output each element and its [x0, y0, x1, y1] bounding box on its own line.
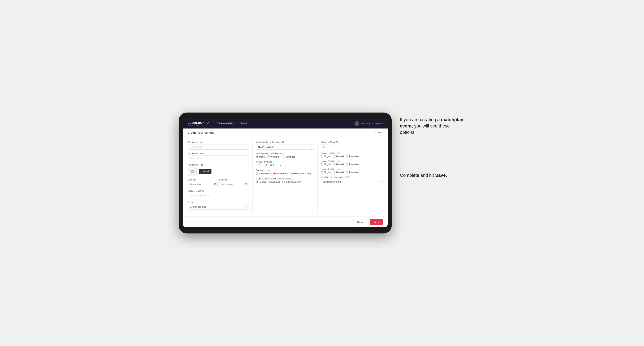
gender-womens-radio[interactable]	[267, 156, 270, 158]
scoring-medal-radio[interactable]	[290, 172, 292, 175]
scoring-medal[interactable]: Medal Match Play	[290, 172, 311, 175]
upload-button[interactable]: Upload	[199, 169, 212, 174]
scoring-match[interactable]: Match Play	[273, 172, 288, 175]
rounds-label: Number of rounds	[256, 161, 314, 163]
round3-fourball[interactable]: Fourball	[333, 171, 344, 173]
scoring-match-radio[interactable]	[273, 172, 276, 175]
round3-foursomes-radio[interactable]	[346, 171, 348, 173]
round-4[interactable]: 4	[277, 164, 281, 166]
teams-group: Is this event for Teams and/or Individua…	[256, 177, 314, 183]
round1-fourball[interactable]: Fourball	[333, 155, 344, 158]
round3-singles-label: Singles	[324, 171, 331, 173]
round-1-radio[interactable]	[256, 164, 258, 166]
max-size-input[interactable]	[321, 144, 333, 149]
teams-label: Is this event for Teams and/or Individua…	[256, 177, 314, 180]
round1-fourball-radio[interactable]	[333, 155, 336, 158]
brand-sub: Powered by clippit	[188, 124, 209, 126]
round3-singles-radio[interactable]	[321, 171, 323, 173]
round2-section: Round 2 - Match Type Singles Fourball	[321, 160, 382, 166]
round1-singles-radio[interactable]	[321, 155, 323, 158]
cancel-button[interactable]: Cancel	[353, 219, 368, 225]
image-icon	[190, 169, 194, 173]
round1-singles-label: Singles	[324, 155, 331, 158]
round2-foursomes[interactable]: Foursomes	[346, 163, 360, 166]
gender-combined[interactable]: Combined	[282, 156, 295, 158]
round2-fourball-radio[interactable]	[333, 163, 336, 166]
round2-fourball[interactable]: Fourball	[333, 163, 344, 166]
division-group: Which division is the event for? NCAA Di…	[256, 141, 314, 150]
round-4-radio[interactable]	[277, 164, 279, 166]
max-size-group: Maximum Team Size	[321, 141, 382, 149]
round-3[interactable]: 3	[270, 164, 274, 166]
page-header: Create Tournament ← Back	[183, 129, 388, 137]
scoring-stroke[interactable]: Stroke Play	[256, 172, 271, 175]
round-2-label: 2	[266, 164, 268, 166]
venue-select[interactable]: Search golf club	[188, 204, 249, 209]
back-button[interactable]: ← Back	[375, 131, 383, 134]
sign-out-link[interactable]: Sign out	[374, 122, 382, 125]
logo-placeholder	[188, 167, 197, 176]
round-2[interactable]: 2	[263, 164, 268, 166]
round1-section: Round 1 - Match Type Singles Fourball	[321, 152, 382, 158]
venue-label: Venue	[188, 201, 249, 203]
round-1-label: 1	[259, 164, 260, 166]
start-date-input[interactable]	[188, 182, 218, 187]
round3-singles[interactable]: Singles	[321, 171, 331, 173]
host-input[interactable]	[188, 144, 249, 150]
round2-label: Round 2 - Match Type	[321, 160, 382, 162]
round2-foursomes-radio[interactable]	[346, 163, 348, 166]
tab-teams[interactable]: TEAMS	[237, 121, 250, 126]
gender-mens[interactable]: Mens	[256, 156, 265, 158]
round-1[interactable]: 1	[256, 164, 260, 166]
round1-foursomes-radio[interactable]	[346, 155, 348, 158]
individuals-option[interactable]: Individuals Only	[282, 181, 302, 183]
end-date-input[interactable]	[219, 182, 249, 187]
scoring-match-label: Match Play	[276, 172, 288, 175]
division-select[interactable]: NCAA Division I	[256, 144, 314, 150]
round2-singles[interactable]: Singles	[321, 163, 331, 166]
api-close-icon[interactable]: ✕ ▾	[377, 180, 381, 183]
annotation-save-bold: Save.	[435, 173, 447, 178]
gender-combined-radio[interactable]	[282, 156, 284, 158]
scoring-stroke-radio[interactable]	[256, 172, 258, 175]
round2-fourball-label: Fourball	[336, 163, 344, 166]
round1-singles[interactable]: Singles	[321, 155, 331, 158]
round-2-radio[interactable]	[263, 164, 265, 166]
round3-fourball-label: Fourball	[336, 171, 344, 173]
teams-label-text: Teams (+Individuals)	[259, 181, 280, 183]
save-button[interactable]: Save	[370, 219, 383, 225]
round3-section: Round 3 - Match Type Singles Fourball	[321, 168, 382, 173]
nav-divider: |	[372, 122, 373, 125]
annotation-top: If you are creating a matchplay event, y…	[400, 117, 466, 136]
round3-foursomes[interactable]: Foursomes	[346, 171, 360, 173]
sponsor-input[interactable]	[188, 193, 249, 198]
form-body: Tournament Host Tournament name Tourname…	[183, 137, 388, 216]
round3-fourball-radio[interactable]	[333, 171, 336, 173]
form-col-3: Maximum Team Size Round 1 - Match Type S…	[318, 141, 382, 212]
round2-match-types: Singles Fourball Foursomes	[321, 163, 382, 166]
tab-tournaments[interactable]: TOURNAMENTS	[214, 121, 236, 126]
name-input[interactable]	[188, 156, 249, 161]
round-3-radio[interactable]	[270, 164, 272, 166]
teams-radio[interactable]	[256, 181, 258, 183]
annotation-bottom: Complete and hit Save.	[400, 172, 466, 179]
page-title: Create Tournament	[188, 131, 214, 134]
gender-radio-group: Mens Womens Combined	[256, 156, 314, 158]
rounds-radio-group: 1 2 3 4	[256, 164, 314, 166]
end-label: End date	[219, 179, 249, 181]
round1-foursomes[interactable]: Foursomes	[346, 155, 360, 158]
form-col-1: Tournament Host Tournament name Tourname…	[188, 141, 253, 212]
round2-singles-radio[interactable]	[321, 163, 323, 166]
round-4-label: 4	[280, 164, 281, 166]
gender-mens-radio[interactable]	[256, 156, 258, 158]
max-size-label: Maximum Team Size	[321, 141, 382, 144]
scoring-medal-label: Medal Match Play	[294, 172, 311, 175]
gender-combined-label: Combined	[285, 156, 295, 158]
gender-womens[interactable]: Womens	[267, 156, 279, 158]
round1-match-types: Singles Fourball Foursomes	[321, 155, 382, 158]
individuals-radio[interactable]	[282, 181, 285, 183]
scoring-group: Scoring system Stroke Play Match Play	[256, 169, 314, 175]
teams-option[interactable]: Teams (+Individuals)	[256, 181, 280, 183]
venue-group: Venue Search golf club	[188, 201, 249, 209]
round3-match-types: Singles Fourball Foursomes	[321, 171, 382, 173]
